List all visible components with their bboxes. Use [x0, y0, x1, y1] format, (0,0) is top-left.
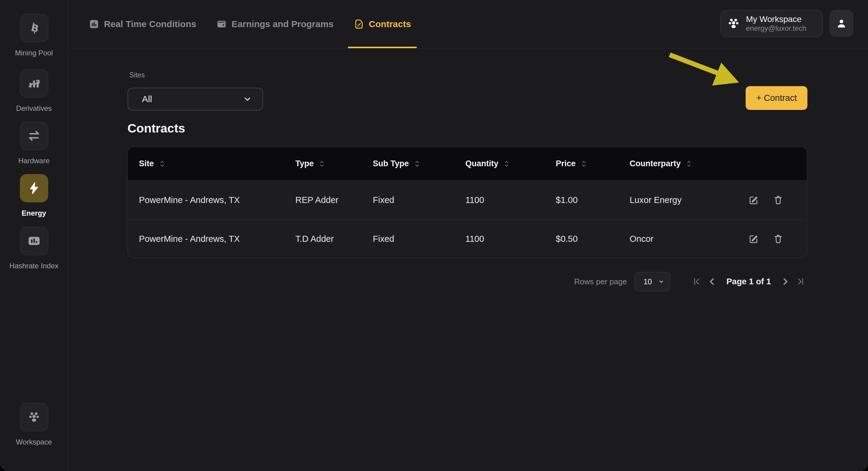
bar-chart-icon	[20, 227, 48, 255]
delete-row-button[interactable]	[773, 233, 784, 244]
rows-per-page-select[interactable]: 10	[635, 272, 670, 291]
rows-per-page-label: Rows per page	[574, 277, 627, 287]
column-header-quantity[interactable]: Quantity	[465, 159, 556, 168]
sites-filter-select[interactable]: All	[127, 88, 263, 110]
chevron-right-icon	[780, 276, 790, 287]
row-actions	[748, 195, 807, 205]
page-status: Page 1 of 1	[726, 277, 771, 287]
app-window: B Mining Pool Derivatives	[0, 0, 868, 471]
next-page-button[interactable]	[779, 275, 792, 288]
sort-icon	[503, 159, 510, 168]
sidebar: B Mining Pool Derivatives	[0, 0, 68, 471]
cell-counterparty: Oncor	[629, 234, 748, 244]
column-header-site[interactable]: Site	[139, 159, 296, 168]
sidebar-item-mining-pool[interactable]: B Mining Pool	[0, 14, 68, 57]
edit-row-button[interactable]	[748, 195, 759, 205]
tab-label: Real Time Conditions	[104, 19, 196, 29]
delete-row-button[interactable]	[773, 195, 784, 205]
row-actions	[748, 233, 807, 244]
bitcoin-icon: B	[20, 14, 48, 42]
sort-icon	[318, 159, 325, 168]
tab-label: Contracts	[369, 19, 411, 29]
column-chart-icon	[89, 19, 99, 30]
workspace-people-icon	[20, 403, 48, 431]
last-page-button[interactable]	[795, 275, 807, 288]
column-header-price[interactable]: Price	[556, 159, 629, 168]
workspace-email: energy@luxor.tech	[746, 24, 806, 33]
tab-contracts[interactable]: Contracts	[353, 0, 411, 48]
first-page-icon	[691, 276, 702, 287]
chevron-down-icon	[243, 94, 252, 104]
sort-icon	[581, 159, 587, 168]
sidebar-item-derivatives[interactable]: Derivatives	[0, 69, 68, 113]
sidebar-item-label: Hardware	[18, 157, 50, 165]
last-page-icon	[796, 276, 806, 287]
cell-type: REP Adder	[296, 195, 373, 205]
cell-site: PowerMine - Andrews, TX	[139, 195, 296, 205]
trash-icon	[773, 195, 783, 205]
person-icon	[835, 18, 847, 30]
cell-price: $0.50	[556, 234, 629, 244]
pagination-bar: Rows per page 10 Page 1 of 1	[574, 271, 807, 292]
cell-quantity: 1100	[465, 195, 556, 205]
chevron-down-icon	[658, 278, 664, 285]
sidebar-item-hardware[interactable]: Hardware	[0, 122, 68, 165]
sites-filter-label: Sites	[129, 71, 145, 79]
pager-controls: Page 1 of 1	[690, 275, 807, 288]
cell-type: T.D Adder	[296, 234, 373, 244]
cell-quantity: 1100	[465, 234, 556, 244]
chevron-left-icon	[707, 276, 717, 287]
sidebar-item-label: Workspace	[16, 438, 52, 446]
edit-icon	[748, 195, 758, 205]
sidebar-item-energy[interactable]: Energy	[0, 174, 68, 217]
sidebar-item-label: Hashrate Index	[9, 262, 59, 270]
top-header: Real Time Conditions Earnings and Progra…	[68, 0, 868, 48]
table-header-row: Site Type Sub Type Quantity Price Counte…	[128, 147, 807, 180]
top-nav-tabs: Real Time Conditions Earnings and Progra…	[89, 0, 411, 48]
workspace-people-icon	[727, 16, 741, 30]
first-page-button[interactable]	[690, 275, 703, 288]
cell-counterparty: Luxor Energy	[629, 195, 748, 205]
cell-price: $1.00	[556, 195, 629, 205]
sidebar-item-label: Energy	[22, 209, 46, 217]
tab-real-time-conditions[interactable]: Real Time Conditions	[89, 0, 196, 48]
previous-page-button[interactable]	[706, 275, 718, 288]
wallet-icon	[216, 19, 227, 30]
column-header-type[interactable]: Type	[296, 159, 373, 168]
cell-sub-type: Fixed	[373, 195, 465, 205]
tab-earnings-and-programs[interactable]: Earnings and Programs	[216, 0, 333, 48]
lightning-bolt-icon	[20, 174, 48, 202]
sidebar-item-label: Mining Pool	[15, 49, 53, 57]
table-row: PowerMine - Andrews, TX REP Adder Fixed …	[128, 180, 807, 219]
add-contract-button[interactable]: + Contract	[746, 86, 807, 110]
workspace-info: My Workspace energy@luxor.tech	[746, 14, 806, 33]
cell-sub-type: Fixed	[373, 234, 465, 244]
table-row: PowerMine - Andrews, TX T.D Adder Fixed …	[128, 219, 807, 258]
sidebar-item-label: Derivatives	[16, 104, 52, 113]
contract-edit-icon	[353, 19, 364, 30]
cell-site: PowerMine - Andrews, TX	[139, 234, 296, 244]
account-button[interactable]	[830, 10, 854, 37]
sidebar-item-hashrate-index[interactable]: Hashrate Index	[0, 227, 68, 270]
workspace-name: My Workspace	[746, 14, 806, 24]
sidebar-item-workspace[interactable]: Workspace	[0, 403, 68, 446]
trash-icon	[773, 234, 783, 244]
column-header-sub-type[interactable]: Sub Type	[373, 159, 465, 168]
tab-label: Earnings and Programs	[231, 19, 333, 29]
workspace-switcher-button[interactable]: My Workspace energy@luxor.tech	[720, 10, 823, 37]
contracts-table: Site Type Sub Type Quantity Price Counte…	[127, 147, 807, 258]
sort-icon	[686, 159, 692, 168]
edit-icon	[748, 234, 758, 244]
swap-arrows-icon	[20, 122, 48, 150]
sort-icon	[414, 159, 421, 168]
sites-selected-value: All	[142, 94, 152, 104]
edit-row-button[interactable]	[748, 233, 759, 244]
chart-arrow-icon	[20, 69, 48, 98]
rows-per-page-value: 10	[644, 277, 652, 286]
sort-icon	[159, 159, 165, 168]
column-header-counterparty[interactable]: Counterparty	[629, 159, 748, 168]
page-title: Contracts	[127, 121, 185, 136]
